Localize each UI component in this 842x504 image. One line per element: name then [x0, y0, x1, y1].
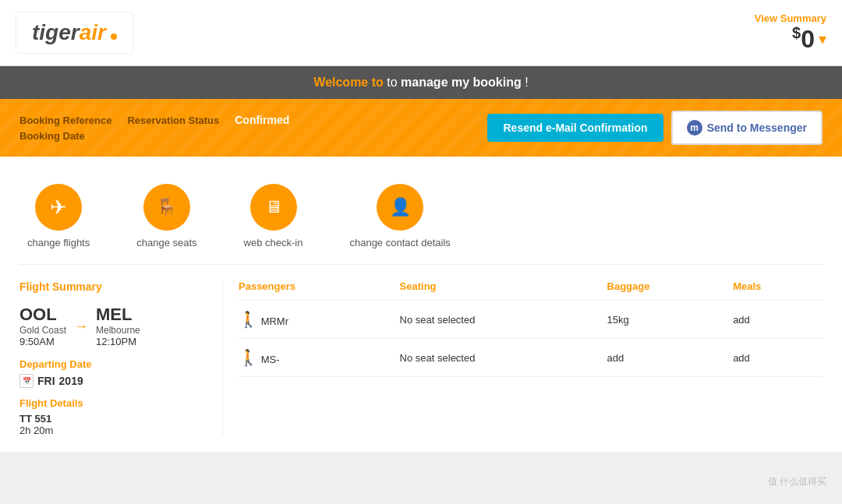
passengers-table: Passengers Seating Baggage Meals 🚶 MRMr … [239, 280, 823, 377]
logo-text: tiger [32, 20, 80, 44]
col-seating: Seating [400, 280, 607, 301]
booking-actions: Resend e-Mail Confirmation m Send to Mes… [487, 111, 823, 145]
passenger-meals[interactable]: add [733, 339, 823, 377]
dest-city: Melbourne [96, 325, 140, 336]
flight-duration: 2h 20m [19, 425, 207, 436]
passenger-name: MS- [261, 354, 280, 365]
change-seats-label: change seats [136, 237, 196, 248]
header: tigerair View Summary $0 ▾ [0, 0, 842, 66]
action-change-contact[interactable]: 👤 change contact details [349, 184, 450, 248]
change-seats-icon: 🪑 [156, 197, 177, 217]
price-display: $0 [792, 24, 815, 54]
reservation-status-value: Confirmed [235, 114, 289, 126]
change-contact-icon-circle: 👤 [377, 184, 423, 231]
col-passengers: Passengers [239, 280, 400, 301]
change-flights-icon-circle: ✈ [35, 184, 82, 231]
booking-info: Booking Reference Reservation Status Con… [19, 114, 289, 142]
flight-number: TT 551 [19, 413, 207, 425]
web-checkin-label: web check-in [244, 237, 303, 248]
flight-details-label: Flight Details [19, 397, 207, 409]
flight-summary-col: Flight Summary OOL Gold Coast 9:50AM → M… [19, 280, 222, 436]
passenger-name: MRMr [261, 315, 288, 327]
origin-time: 9:50AM [19, 336, 66, 347]
welcome-text-3: ! [525, 76, 528, 89]
flight-section: Flight Summary OOL Gold Coast 9:50AM → M… [19, 280, 823, 436]
dest-time: 12:10PM [96, 336, 140, 347]
reservation-status-label: Reservation Status [127, 115, 219, 126]
table-row: 🚶 MS- No seat selected add add [239, 339, 823, 377]
change-flights-icon: ✈ [50, 196, 67, 220]
date-row: 📅 FRI 2019 [19, 374, 207, 388]
flight-summary-title: Flight Summary [19, 280, 207, 293]
passenger-seating: No seat selected [400, 301, 607, 339]
booking-date-label: Booking Date [19, 130, 85, 142]
action-change-flights[interactable]: ✈ change flights [27, 184, 90, 248]
action-change-seats[interactable]: 🪑 change seats [136, 184, 196, 248]
dest-code: MEL [96, 305, 140, 325]
passenger-baggage: add [607, 339, 734, 377]
web-checkin-icon: 🖥 [265, 197, 282, 217]
passenger-name-cell: 🚶 MS- [239, 339, 400, 377]
change-flights-label: change flights [27, 237, 90, 248]
welcome-text-2: manage my booking [401, 76, 522, 89]
col-baggage: Baggage [607, 280, 734, 301]
booking-info-row-2: Booking Date [19, 130, 289, 142]
change-seats-icon-circle: 🪑 [143, 184, 190, 231]
welcome-banner: Welcome to to manage my booking ! [0, 66, 842, 99]
main-content: ✈ change flights 🪑 change seats 🖥 web ch… [0, 157, 842, 452]
logo-area: tigerair [16, 12, 133, 54]
booking-info-row-1: Booking Reference Reservation Status Con… [19, 114, 289, 126]
resend-email-button[interactable]: Resend e-Mail Confirmation [487, 114, 663, 142]
col-meals: Meals [733, 280, 823, 301]
date-year: 2019 [59, 375, 83, 387]
action-web-checkin[interactable]: 🖥 web check-in [244, 184, 303, 248]
price-amount: 0 [801, 24, 815, 52]
calendar-icon: 📅 [19, 374, 34, 388]
dest-info: MEL Melbourne 12:10PM [96, 305, 140, 349]
logo-dot [111, 33, 117, 40]
logo-accent: air [80, 20, 106, 44]
flight-arrow-icon: → [74, 319, 88, 335]
passengers-col: Passengers Seating Baggage Meals 🚶 MRMr … [222, 280, 823, 436]
web-checkin-icon-circle: 🖥 [250, 184, 297, 231]
change-contact-icon: 👤 [390, 197, 411, 217]
origin-info: OOL Gold Coast 9:50AM [19, 305, 66, 349]
date-prefix: FRI [37, 375, 55, 387]
dollar-sign: $ [792, 24, 801, 41]
passenger-baggage: 15kg [607, 301, 734, 339]
messenger-icon: m [687, 120, 702, 136]
passenger-name-cell: 🚶 MRMr [239, 301, 400, 339]
departing-date-label: Departing Date [19, 358, 207, 370]
flight-route: OOL Gold Coast 9:50AM → MEL Melbourne 12… [19, 305, 207, 349]
action-icons-row: ✈ change flights 🪑 change seats 🖥 web ch… [19, 172, 823, 265]
messenger-button-label: Send to Messenger [707, 122, 807, 134]
person-icon: 🚶 [239, 311, 258, 328]
passenger-seating: No seat selected [400, 339, 607, 377]
chevron-down-icon[interactable]: ▾ [819, 30, 826, 48]
table-row: 🚶 MRMr No seat selected 15kg add [239, 301, 823, 339]
person-icon: 🚶 [239, 349, 258, 366]
send-to-messenger-button[interactable]: m Send to Messenger [671, 111, 823, 145]
booking-bar: Booking Reference Reservation Status Con… [0, 99, 842, 157]
origin-code: OOL [19, 305, 66, 325]
welcome-text-1: Welcome to [313, 76, 384, 89]
change-contact-label: change contact details [349, 237, 450, 248]
header-right: View Summary $0 ▾ [755, 12, 826, 54]
booking-reference-label: Booking Reference [19, 115, 111, 126]
view-summary-link[interactable]: View Summary [755, 12, 826, 24]
passenger-meals[interactable]: add [733, 301, 823, 339]
origin-city: Gold Coast [19, 325, 66, 336]
